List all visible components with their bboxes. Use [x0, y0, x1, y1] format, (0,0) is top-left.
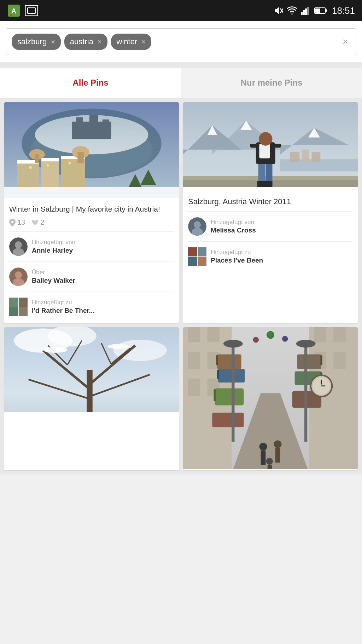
tab-alle-pins[interactable]: Alle Pins: [0, 68, 181, 98]
board-thumb-6: [198, 247, 207, 257]
tag-winter[interactable]: winter ×: [111, 34, 151, 50]
tab-nur-meine-pins[interactable]: Nur meine Pins: [181, 68, 362, 98]
pin-card-1[interactable]: Winter in Salzburg | My favorite city in…: [4, 102, 179, 323]
svg-point-69: [194, 221, 201, 228]
section-divider: [0, 62, 362, 68]
svg-rect-75: [87, 370, 92, 412]
svg-rect-124: [232, 345, 234, 442]
svg-rect-104: [218, 369, 245, 383]
tag-winter-close[interactable]: ×: [141, 38, 146, 46]
tag-austria-label: austria: [70, 37, 93, 46]
svg-rect-92: [188, 352, 200, 369]
card-2-added-by-name: Melissa Cross: [211, 226, 256, 234]
svg-rect-121: [275, 448, 280, 463]
search-bar-container: salzburg × austria × winter × ×: [0, 21, 362, 62]
tag-austria[interactable]: austria ×: [64, 34, 107, 50]
svg-rect-103: [216, 356, 218, 365]
svg-rect-11: [307, 7, 309, 15]
divider-3: [9, 292, 174, 292]
card-1-stats: 13 2: [9, 218, 174, 226]
tag-salzburg[interactable]: salzburg ×: [12, 34, 61, 50]
svg-point-127: [296, 340, 316, 348]
card-1-added-by-row[interactable]: Hinzugefügt von Annie Harley: [9, 234, 174, 259]
svg-rect-55: [302, 150, 309, 162]
card-1-via-label: Über: [32, 269, 75, 276]
card-1-pins-count: 13: [17, 218, 25, 226]
card-1-avatar: [9, 237, 28, 256]
svg-marker-5: [275, 7, 279, 14]
pin-image-wrap-3: [4, 327, 179, 414]
mute-icon: [273, 6, 283, 16]
card-2-title: Salzburg, Austria Winter 2011: [188, 196, 353, 207]
svg-rect-97: [314, 327, 326, 342]
svg-point-36: [29, 166, 31, 169]
card-2-added-by-info: Hinzugefügt von Melissa Cross: [211, 219, 256, 234]
pin-card-2[interactable]: Salzburg, Austria Winter 2011 Hinzugefüg…: [183, 102, 358, 323]
pin-image-winter-tree: [4, 327, 179, 412]
svg-rect-64: [259, 144, 270, 158]
card-1-board-name: I'd Rather Be Ther...: [32, 307, 95, 315]
svg-rect-123: [268, 465, 272, 469]
pin-image-wrap-1: [4, 102, 179, 199]
board-thumb-8: [198, 257, 207, 266]
card-2-body: Salzburg, Austria Winter 2011 Hinzugefüg…: [183, 189, 358, 273]
card-1-board-info: Hinzugefügt zu I'd Rather Be Ther...: [32, 299, 95, 315]
svg-rect-2: [10, 14, 12, 16]
svg-point-37: [47, 164, 49, 167]
svg-rect-14: [315, 8, 320, 13]
svg-point-44: [15, 271, 22, 278]
svg-rect-110: [320, 356, 322, 365]
svg-rect-119: [261, 451, 266, 465]
battery-icon: [314, 7, 327, 14]
search-clear-button[interactable]: ×: [340, 34, 350, 50]
status-bar-left: A: [7, 4, 38, 17]
wifi-icon: [287, 6, 297, 15]
svg-rect-106: [215, 389, 244, 406]
card-1-via-info: Über Bailey Walker: [32, 269, 75, 284]
pin-icon: [9, 219, 16, 226]
svg-rect-22: [103, 120, 109, 128]
svg-rect-56: [312, 152, 321, 162]
status-time: 18:51: [332, 5, 355, 16]
tag-austria-close[interactable]: ×: [98, 38, 102, 46]
svg-rect-65: [250, 144, 257, 148]
pin-image-salzburg-winter: [4, 102, 179, 198]
svg-rect-26: [41, 158, 59, 161]
card-2-board-name: Places I've Been: [211, 257, 263, 264]
svg-point-84: [43, 347, 68, 353]
board-thumb-7: [188, 257, 197, 266]
card-1-likes-count: 2: [40, 218, 44, 226]
card-2-board-label: Hinzugefügt zu: [211, 249, 263, 256]
tag-winter-label: winter: [117, 37, 138, 46]
divider-1: [9, 231, 174, 232]
card-1-added-by-info: Hinzugefügt von Annie Harley: [32, 239, 75, 254]
card-2-added-by-row[interactable]: Hinzugefügt von Melissa Cross: [188, 214, 353, 239]
search-bar: salzburg × austria × winter × ×: [6, 28, 356, 55]
svg-rect-90: [188, 327, 200, 342]
pin-card-3[interactable]: [4, 327, 179, 470]
card-2-board-row[interactable]: Hinzugefügt zu Places I've Been: [188, 244, 353, 269]
card-1-title: Winter in Salzburg | My favorite city in…: [9, 204, 174, 214]
divider-4: [188, 211, 353, 212]
svg-rect-105: [217, 370, 219, 379]
board-thumb-5: [188, 247, 197, 257]
svg-point-125: [223, 340, 243, 348]
svg-rect-4: [28, 8, 35, 13]
card-1-likes-stat: 2: [31, 218, 44, 226]
pin-card-4[interactable]: STOP: [183, 327, 358, 470]
tag-salzburg-label: salzburg: [17, 37, 47, 46]
pin-image-wrap-4: STOP: [183, 327, 358, 470]
svg-point-120: [274, 441, 282, 448]
svg-rect-61: [257, 181, 265, 187]
card-1-board-row[interactable]: Hinzugefügt zu I'd Rather Be Ther...: [9, 294, 174, 320]
tag-salzburg-close[interactable]: ×: [51, 38, 55, 46]
svg-rect-109: [297, 355, 321, 369]
svg-point-38: [69, 162, 71, 164]
svg-rect-98: [333, 327, 345, 342]
pin-image-wrap-2: [183, 102, 358, 189]
card-1-board-thumb: [9, 298, 28, 316]
board-thumb-2: [19, 298, 28, 307]
svg-rect-3: [25, 5, 38, 16]
card-1-via-row[interactable]: Über Bailey Walker: [9, 264, 174, 289]
pin-image-salzburg-street: STOP: [183, 327, 358, 469]
